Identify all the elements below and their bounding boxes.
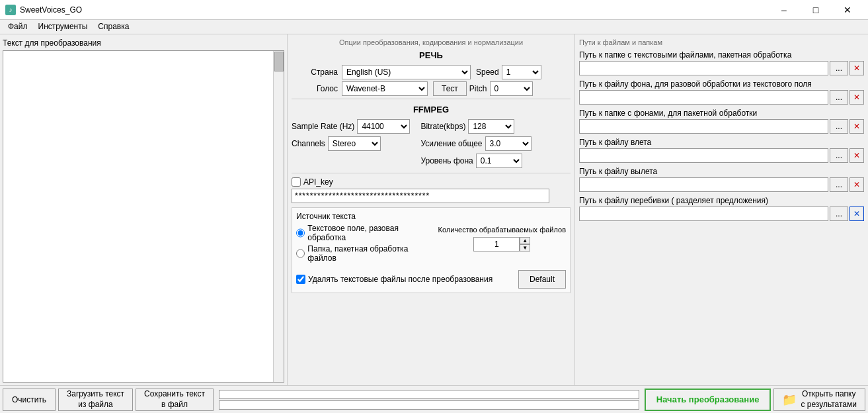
menu-file[interactable]: Файл — [3, 21, 33, 32]
path-label-3: Путь к файлу влета — [579, 138, 864, 147]
progress-area — [219, 390, 639, 410]
path-clear-4[interactable]: ✕ — [849, 177, 864, 192]
path-clear-3[interactable]: ✕ — [849, 148, 864, 163]
source-label-2: Папка, пакетная обработка файлов — [307, 244, 432, 263]
path-input-2[interactable] — [579, 119, 828, 134]
source-layout: Источник текста Текстовое поле, разовая … — [296, 212, 566, 265]
source-label-1: Текстовое поле, разовая обработка — [307, 224, 432, 242]
paths-title: Пути к файлам и папкам — [579, 37, 864, 50]
source-right: Количество обрабатываемых файлов ▲ ▼ — [438, 212, 566, 265]
source-radio-2[interactable] — [296, 249, 305, 258]
path-clear-1[interactable]: ✕ — [849, 90, 864, 105]
path-input-3[interactable] — [579, 148, 828, 163]
path-label-1: Путь к файлу фона, для разовой обработки… — [579, 79, 864, 89]
speech-header: РЕЧЬ — [292, 48, 571, 63]
sample-rate-label: Sample Rate (Hz) — [292, 122, 354, 131]
path-clear-2[interactable]: ✕ — [849, 119, 864, 134]
path-group-3: Путь к файлу влета ... ✕ — [579, 138, 864, 163]
delete-checkbox[interactable] — [296, 275, 305, 284]
sample-rate-select[interactable]: 44100 — [357, 119, 410, 134]
api-key-checkbox[interactable] — [292, 177, 301, 187]
source-section: Источник текста Текстовое поле, разовая … — [292, 207, 571, 293]
progress-bar-1 — [219, 390, 639, 399]
path-input-1[interactable] — [579, 90, 828, 105]
path-browse-5[interactable]: ... — [830, 206, 848, 221]
delete-text: Удалять текстовые файлы после преобразов… — [308, 275, 493, 284]
bottom-bar: Очистить Загрузить текст из файла Сохран… — [0, 385, 868, 413]
path-group-2: Путь к папке с фонами, для пакетной обра… — [579, 109, 864, 134]
gain-label: Усиление общее — [420, 139, 482, 148]
save-button[interactable]: Сохранить текст в файл — [136, 389, 214, 411]
path-browse-3[interactable]: ... — [830, 148, 848, 163]
progress-bar-2 — [219, 400, 639, 410]
source-option1-row: Текстовое поле, разовая обработка — [296, 224, 433, 242]
path-row-3: ... ✕ — [579, 148, 864, 163]
title-bar-left: ♪ SweetVoices_GO — [5, 5, 82, 15]
path-browse-1[interactable]: ... — [830, 90, 848, 105]
open-folder-button[interactable]: 📁 Открыть папку с результатами — [773, 389, 865, 411]
gain-select[interactable]: 3.0 — [485, 136, 532, 151]
minimize-button[interactable]: – — [769, 3, 799, 17]
ffmpeg-left: Sample Rate (Hz) 44100 Channels Stereo — [292, 117, 410, 170]
api-key-input[interactable] — [292, 189, 549, 203]
title-bar: ♪ SweetVoices_GO – □ ✕ — [0, 0, 868, 20]
channels-label: Channels — [292, 139, 325, 148]
left-panel: Текст для преобразования — [0, 34, 288, 385]
path-row-5: ... ✕ — [579, 206, 864, 221]
default-button[interactable]: Default — [518, 270, 566, 289]
text-area-container — [3, 50, 284, 383]
api-key-row: API_key — [292, 177, 571, 187]
main-layout: Текст для преобразования Опции преобразо… — [0, 34, 868, 385]
path-clear-0[interactable]: ✕ — [849, 61, 864, 75]
maximize-button[interactable]: □ — [801, 3, 831, 17]
scrollbar-thumb[interactable] — [274, 52, 284, 71]
path-label-5: Путь к файлу перебивки ( разделяет предл… — [579, 196, 864, 205]
path-label-0: Путь к папке с текстовыми файлами, пакет… — [579, 50, 864, 60]
path-input-0[interactable] — [579, 61, 828, 75]
menu-help[interactable]: Справка — [93, 21, 134, 32]
menu-bar: Файл Инструменты Справка — [0, 20, 868, 34]
source-left: Источник текста Текстовое поле, разовая … — [296, 212, 433, 265]
delete-row: Удалять текстовые файлы после преобразов… — [296, 270, 566, 289]
ffmpeg-right: Bitrate(kbps) 128 Усиление общее 3.0 Уро… — [420, 117, 531, 170]
bitrate-label: Bitrate(kbps) — [420, 122, 465, 131]
middle-panel: Опции преобразования, кодирования и норм… — [288, 34, 575, 385]
section-title: Опции преобразования, кодирования и норм… — [292, 37, 571, 48]
bg-select[interactable]: 0.1 — [476, 154, 522, 168]
voice-select[interactable]: Wavenet-B — [342, 81, 428, 96]
api-key-input-row — [292, 189, 571, 203]
path-row-4: ... ✕ — [579, 177, 864, 192]
load-button[interactable]: Загрузить текст из файла — [58, 389, 133, 411]
window-title: SweetVoices_GO — [20, 5, 82, 15]
spinner-up[interactable]: ▲ — [520, 237, 530, 244]
title-bar-controls: – □ ✕ — [769, 3, 863, 17]
path-browse-0[interactable]: ... — [830, 61, 848, 75]
text-input[interactable] — [3, 51, 273, 382]
path-input-5[interactable] — [579, 206, 828, 221]
app-icon: ♪ — [5, 5, 16, 15]
path-browse-2[interactable]: ... — [830, 119, 848, 134]
pitch-select[interactable]: 0 — [490, 81, 533, 96]
test-button[interactable]: Тест — [433, 81, 467, 96]
speed-select[interactable]: 1 — [502, 65, 541, 79]
path-clear-5[interactable]: ✕ — [849, 206, 864, 221]
close-button[interactable]: ✕ — [832, 3, 863, 17]
country-label: Страна — [292, 68, 338, 77]
path-input-4[interactable] — [579, 177, 828, 192]
spinner-down[interactable]: ▼ — [520, 244, 530, 252]
bg-label: Уровень фона — [420, 156, 473, 165]
channels-select[interactable]: Stereo — [328, 136, 381, 151]
start-button[interactable]: Начать преобразование — [645, 389, 771, 411]
clear-button[interactable]: Очистить — [3, 389, 56, 411]
country-row: Страна English (US) Speed 1 — [292, 65, 571, 79]
gain-row: Усиление общее 3.0 — [420, 136, 531, 151]
source-radio-1[interactable] — [296, 228, 305, 238]
source-option2-row: Папка, пакетная обработка файлов — [296, 244, 433, 263]
count-input[interactable] — [473, 237, 520, 252]
country-select[interactable]: English (US) — [342, 65, 471, 79]
menu-tools[interactable]: Инструменты — [33, 21, 93, 32]
bitrate-select[interactable]: 128 — [468, 119, 514, 134]
scrollbar-track — [273, 51, 284, 382]
path-browse-4[interactable]: ... — [830, 177, 848, 192]
path-group-0: Путь к папке с текстовыми файлами, пакет… — [579, 50, 864, 75]
